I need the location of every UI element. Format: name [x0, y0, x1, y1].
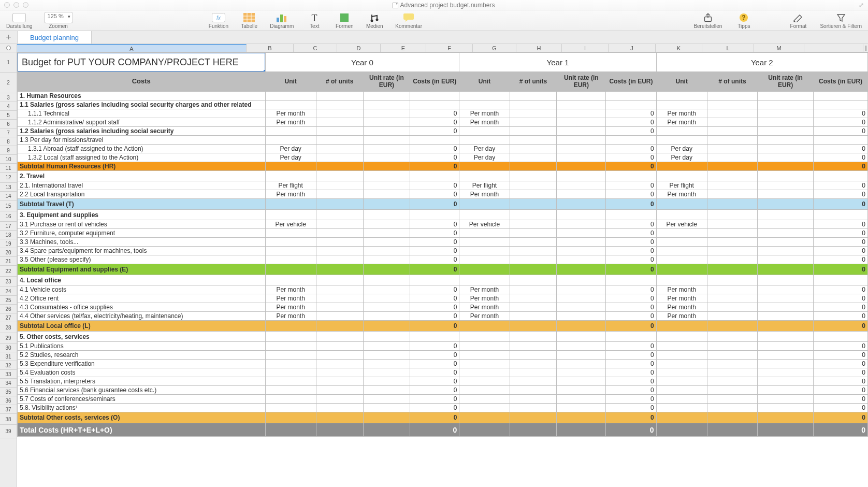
cell-cost[interactable]: 0	[606, 145, 656, 153]
spreadsheet-grid[interactable]: Budget for PUT YOUR COMPANY/PROJECT HERE…	[17, 52, 868, 487]
cell-unit[interactable]: Per month	[265, 190, 316, 199]
header-costs-eur[interactable]: Costs (in EUR)	[814, 72, 868, 92]
cell-unit[interactable]: Per month	[656, 109, 707, 118]
cell-nunits[interactable]	[707, 351, 757, 360]
cell-cost[interactable]: 0	[606, 360, 656, 368]
row-header-2[interactable]: 2	[0, 73, 17, 93]
cell-unit[interactable]	[656, 321, 707, 332]
cell-rate[interactable]	[363, 101, 410, 109]
cell-cost[interactable]: 0	[606, 412, 656, 423]
cell-label[interactable]: 5.8. Visibility actions¹	[18, 404, 266, 412]
cell-nunits[interactable]	[707, 255, 757, 264]
cell-rate[interactable]	[363, 368, 410, 377]
cell-label[interactable]: 3.5 Other (please specify)	[18, 255, 266, 264]
cell-rate[interactable]	[758, 342, 814, 351]
row-header-21[interactable]: 21	[0, 257, 17, 266]
cell-nunits[interactable]	[316, 321, 363, 332]
cell-label[interactable]: Subtotal Other costs, services (O)	[18, 412, 266, 423]
cell-rate[interactable]	[363, 264, 410, 275]
window-controls[interactable]	[4, 2, 28, 8]
cell-unit[interactable]: Per month	[459, 109, 510, 118]
row-header-31[interactable]: 31	[0, 352, 17, 361]
cell-unit[interactable]	[459, 377, 510, 386]
cell-cost[interactable]: 0	[606, 247, 656, 255]
cell-rate[interactable]	[758, 92, 814, 101]
year-0-header[interactable]: Year 0	[265, 53, 459, 72]
cell-unit[interactable]: Per month	[265, 294, 316, 303]
cell-nunits[interactable]	[707, 412, 757, 423]
col-header-F[interactable]: F	[426, 44, 473, 52]
cell-cost[interactable]: 0	[606, 395, 656, 404]
cell-unit[interactable]	[459, 360, 510, 368]
cell-nunits[interactable]	[707, 229, 757, 238]
cell-rate[interactable]	[363, 395, 410, 404]
cell-cost[interactable]: 0	[410, 145, 459, 153]
cell-unit[interactable]	[656, 127, 707, 136]
cell-cost[interactable]	[814, 275, 868, 285]
col-header-M[interactable]: M	[754, 44, 804, 52]
cell-cost[interactable]: 0	[410, 238, 459, 247]
cell-cost[interactable]: 0	[410, 321, 459, 332]
cell-rate[interactable]	[758, 395, 814, 404]
cell-label[interactable]: 3.3 Machines, tools...	[18, 238, 266, 247]
col-header-B[interactable]: B	[247, 44, 294, 52]
cell-cost[interactable]: 0	[606, 109, 656, 118]
col-header-D[interactable]: D	[337, 44, 381, 52]
row-header-25[interactable]: 25	[0, 296, 17, 305]
cell-unit[interactable]	[265, 101, 316, 109]
cell-unit[interactable]	[265, 321, 316, 332]
cell-unit[interactable]	[265, 360, 316, 368]
cell-nunits[interactable]	[707, 92, 757, 101]
cell-nunits[interactable]	[510, 412, 557, 423]
cell-unit[interactable]	[265, 351, 316, 360]
cell-unit[interactable]: Per month	[656, 294, 707, 303]
cell-unit[interactable]: Per flight	[459, 181, 510, 190]
cell-nunits[interactable]	[707, 386, 757, 395]
cell-rate[interactable]	[363, 145, 410, 153]
cell-cost[interactable]	[814, 136, 868, 145]
cell-unit[interactable]	[656, 92, 707, 101]
cell-nunits[interactable]	[316, 404, 363, 412]
cell-cost[interactable]	[410, 171, 459, 181]
cell-cost[interactable]: 0	[606, 303, 656, 312]
cell-nunits[interactable]	[510, 118, 557, 127]
cell-rate[interactable]	[557, 395, 606, 404]
cell-nunits[interactable]	[510, 264, 557, 275]
cell-unit[interactable]: Per month	[656, 190, 707, 199]
cell-nunits[interactable]	[707, 118, 757, 127]
cell-unit[interactable]	[459, 101, 510, 109]
cell-unit[interactable]	[656, 171, 707, 181]
cell-rate[interactable]	[363, 332, 410, 342]
col-header-J[interactable]: J	[609, 44, 656, 52]
cell-unit[interactable]	[656, 332, 707, 342]
cell-unit[interactable]	[656, 423, 707, 437]
cell-nunits[interactable]	[316, 395, 363, 404]
cell-label[interactable]: Subtotal Travel (T)	[18, 199, 266, 210]
header-rate[interactable]: Unit rate (in EUR)	[363, 72, 410, 92]
cell-cost[interactable]: 0	[410, 360, 459, 368]
cell-rate[interactable]	[557, 255, 606, 264]
cell-nunits[interactable]	[316, 199, 363, 210]
cell-cost[interactable]: 0	[814, 238, 868, 247]
cell-unit[interactable]	[459, 412, 510, 423]
cell-label[interactable]: 5.4 Evaluation costs	[18, 368, 266, 377]
cell-unit[interactable]: Per vehicle	[265, 220, 316, 229]
cell-nunits[interactable]	[316, 255, 363, 264]
cell-rate[interactable]	[557, 199, 606, 210]
row-header-15[interactable]: 15	[0, 200, 17, 211]
cell-nunits[interactable]	[510, 342, 557, 351]
cell-unit[interactable]	[656, 386, 707, 395]
cell-nunits[interactable]	[707, 321, 757, 332]
cell-nunits[interactable]	[510, 404, 557, 412]
cell-nunits[interactable]	[510, 294, 557, 303]
cell-unit[interactable]	[656, 238, 707, 247]
cell-unit[interactable]	[459, 404, 510, 412]
cell-cost[interactable]: 0	[606, 368, 656, 377]
cell-nunits[interactable]	[510, 127, 557, 136]
row-header-28[interactable]: 28	[0, 322, 17, 333]
cell-label[interactable]: 1.1.2 Administrative/ support staff	[18, 118, 266, 127]
cell-label[interactable]: Total Costs (HR+T+E+L+O)	[18, 423, 266, 437]
cell-unit[interactable]	[656, 351, 707, 360]
row-header-32[interactable]: 32	[0, 361, 17, 370]
cell-label[interactable]: Subtotal Equipment and supplies (E)	[18, 264, 266, 275]
